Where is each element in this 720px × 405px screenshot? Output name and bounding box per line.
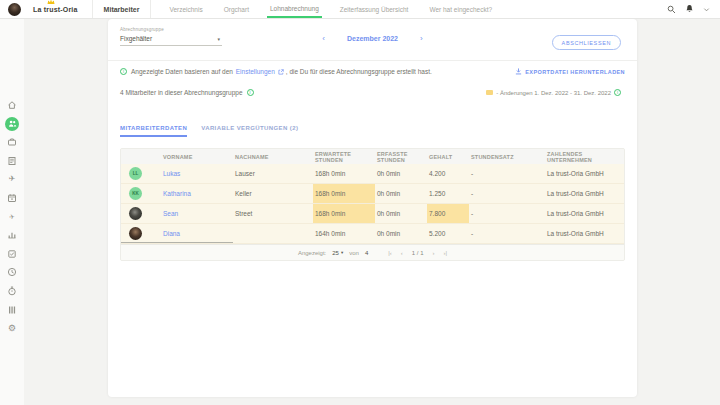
- of-label: von: [349, 250, 359, 256]
- settings-gear-icon[interactable]: ⚙: [5, 321, 19, 335]
- avatar[interactable]: KK: [129, 187, 142, 200]
- changes-legend: - Änderungen 1. Dez. 2022 - 31. Dez. 202…: [486, 89, 625, 96]
- unternehmen-cell: La trust-Oria GmbH: [545, 184, 624, 203]
- external-link-icon[interactable]: [278, 69, 284, 75]
- employee-count-row: 4 Mitarbeiter in dieser Abrechnungsgrupp…: [120, 89, 625, 96]
- tab-variable-verguetungen[interactable]: VARIABLE VERGÜTUNGEN (2): [201, 125, 298, 137]
- current-month-label: Dezember 2022: [347, 35, 398, 42]
- col-nachname: NACHNAME: [233, 149, 313, 164]
- erwartete-cell: 164h 0min: [313, 224, 375, 243]
- employee-count-text: 4 Mitarbeiter in dieser Abrechnungsgrupp…: [120, 89, 243, 96]
- nav-wer-eingecheckt[interactable]: Wer hat eingecheckt?: [426, 0, 495, 18]
- employee-name-link[interactable]: Diana: [163, 230, 180, 237]
- tab-mitarbeiterdaten[interactable]: MITARBEITERDATEN: [120, 125, 187, 137]
- avatar-column-header: [121, 149, 161, 164]
- col-zahlendes-unternehmen: ZAHLENDES UNTERNEHMEN: [545, 149, 624, 164]
- first-page-button[interactable]: |‹: [388, 250, 392, 256]
- home-icon[interactable]: [5, 98, 19, 112]
- attendance-plane-icon[interactable]: ✈: [4, 208, 21, 225]
- gehalt-cell-highlighted: 7.800: [427, 204, 469, 223]
- search-icon[interactable]: [667, 5, 676, 14]
- changes-legend-text: - Änderungen 1. Dez. 2022 - 31. Dez. 202…: [496, 90, 611, 96]
- absences-plane-icon[interactable]: ✈: [5, 172, 19, 186]
- info-text-post: , die Du für diese Abrechnungsgruppe ers…: [286, 68, 432, 75]
- gehalt-cell: 4.200: [427, 164, 469, 183]
- stundensatz-cell: -: [469, 184, 545, 203]
- pager: |‹ ‹ 1 / 1 › ›|: [388, 250, 447, 256]
- erfasste-cell: 0h 0min: [375, 164, 427, 183]
- erfasste-cell: 0h 0min: [375, 184, 427, 203]
- table-pagination: Angezeigt: 25 ▾ von 4 |‹ ‹ 1 / 1 › ›|: [121, 244, 624, 260]
- info-text-pre: Angezeigte Daten basieren auf den: [131, 68, 233, 75]
- table-row: Sean Street 168h 0min 0h 0min 7.800 - La…: [121, 204, 624, 224]
- table-row: Diana 164h 0min 0h 0min 5.200 - La trust…: [121, 224, 624, 244]
- next-month-button[interactable]: ›: [420, 34, 423, 43]
- company-avatar[interactable]: [8, 3, 21, 16]
- apps-grid-icon[interactable]: [5, 303, 19, 317]
- employee-name-link[interactable]: Sean: [163, 210, 178, 217]
- company-name: La trust-Oria: [33, 0, 78, 18]
- einstellungen-link[interactable]: Einstellungen: [236, 68, 275, 75]
- top-bar: La trust-Oria Mitarbeiter Verzeichnis Or…: [0, 0, 720, 19]
- nachname-cell: Street: [233, 204, 313, 223]
- unternehmen-cell: La trust-Oria GmbH: [545, 164, 624, 183]
- erwartete-cell: 168h 0min: [313, 164, 375, 183]
- col-erwartete-stunden: ERWARTETE STUNDEN: [313, 149, 375, 164]
- nav-zeiterfassung[interactable]: Zeiterfassung Übersicht: [337, 0, 412, 18]
- next-page-button[interactable]: ›: [433, 250, 435, 256]
- col-gehalt: GEHALT: [427, 149, 469, 164]
- avatar[interactable]: LL: [129, 167, 142, 180]
- header-divider: [108, 60, 637, 61]
- recruiting-briefcase-icon[interactable]: [5, 135, 19, 149]
- sidebar: ✈ ✈ ⚙: [0, 19, 24, 405]
- export-label: EXPORTDATEI HERUNTERLADEN: [525, 69, 625, 75]
- download-icon: [515, 68, 522, 75]
- nav-lohnabrechnung[interactable]: Lohnabrechnung: [267, 0, 322, 18]
- abschliessen-button[interactable]: ABSCHLIESSEN: [552, 35, 621, 50]
- employee-name-link[interactable]: Katharina: [163, 190, 191, 197]
- notifications-bell-icon[interactable]: [685, 4, 694, 14]
- company-name-label: La trust-Oria: [33, 6, 78, 13]
- payroll-document-icon[interactable]: [5, 154, 19, 168]
- last-page-button[interactable]: ›|: [444, 250, 448, 256]
- employees-icon[interactable]: [5, 117, 19, 131]
- changes-swatch-icon: [486, 90, 493, 95]
- crown-icon: [47, 0, 55, 5]
- avatar[interactable]: [129, 207, 142, 220]
- erwartete-cell-highlighted: 168h 0min: [313, 184, 375, 203]
- table-row: KK Katharina Keller 168h 0min 0h 0min 1.…: [121, 184, 624, 204]
- table-header-row: VORNAME NACHNAME ERWARTETE STUNDEN ERFAS…: [121, 149, 624, 164]
- legend-info-icon: i: [614, 89, 621, 96]
- page-indicator: 1 / 1: [412, 250, 424, 256]
- avatar[interactable]: [129, 227, 142, 240]
- gehalt-cell: 1.250: [427, 184, 469, 203]
- table-row: LL Lukas Lauser 168h 0min 0h 0min 4.200 …: [121, 164, 624, 184]
- erfasste-cell: 0h 0min: [375, 224, 427, 243]
- nachname-cell: Lauser: [233, 164, 313, 183]
- shown-label: Angezeigt:: [298, 250, 326, 256]
- per-page-select[interactable]: 25 ▾: [332, 250, 343, 256]
- prev-month-button[interactable]: ‹: [322, 34, 325, 43]
- nav-mitarbeiter[interactable]: Mitarbeiter: [92, 0, 152, 18]
- stundensatz-cell: -: [469, 204, 545, 223]
- erfasste-cell: 0h 0min: [375, 204, 427, 223]
- unternehmen-cell: La trust-Oria GmbH: [545, 204, 624, 223]
- gehalt-cell: 5.200: [427, 224, 469, 243]
- tab-bar: MITARBEITERDATEN VARIABLE VERGÜTUNGEN (2…: [120, 125, 298, 137]
- tasks-checkbox-icon[interactable]: [5, 247, 19, 261]
- time-tracking-clock-icon[interactable]: [5, 265, 19, 279]
- nav-verzeichnis[interactable]: Verzeichnis: [166, 0, 205, 18]
- count-info-icon: i: [247, 89, 254, 96]
- prev-page-button[interactable]: ‹: [401, 250, 403, 256]
- analytics-bar-chart-icon[interactable]: [5, 228, 19, 242]
- performance-stopwatch-icon[interactable]: [5, 284, 19, 298]
- col-stundensatz: STUNDENSATZ: [469, 149, 545, 164]
- employee-name-link[interactable]: Lukas: [163, 170, 180, 177]
- export-download-link[interactable]: EXPORTDATEI HERUNTERLADEN: [515, 68, 625, 75]
- user-menu-chevron-icon[interactable]: [703, 6, 710, 13]
- calendar-icon[interactable]: [5, 191, 19, 205]
- unternehmen-cell: La trust-Oria GmbH: [545, 224, 624, 243]
- topbar-right: [667, 0, 710, 18]
- info-icon: i: [120, 68, 127, 75]
- nav-orgchart[interactable]: Orgchart: [221, 0, 252, 18]
